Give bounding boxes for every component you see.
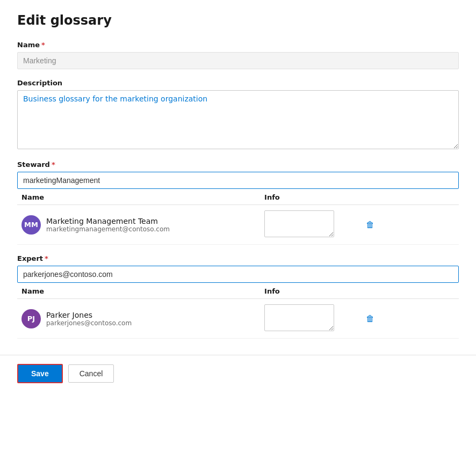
description-label: Description xyxy=(17,79,459,87)
steward-col-info: Info xyxy=(260,190,357,205)
delete-expert-button[interactable] xyxy=(362,311,379,326)
expert-label: Expert * xyxy=(17,254,459,262)
steward-col-name: Name xyxy=(17,190,260,205)
steward-required-star: * xyxy=(52,160,55,169)
trash-icon xyxy=(366,313,374,324)
description-field-group: Description Business glossary for the ma… xyxy=(17,79,459,151)
expert-field-group: Expert * Name Info PJ Parker Jones p xyxy=(17,254,459,339)
expert-input[interactable] xyxy=(17,266,459,283)
person-name: Parker Jones xyxy=(46,311,132,319)
delete-steward-button[interactable] xyxy=(362,217,379,232)
steward-label: Steward * xyxy=(17,160,459,169)
description-textarea[interactable]: Business glossary for the marketing orga… xyxy=(17,90,459,149)
page-title: Edit glossary xyxy=(17,13,459,28)
name-input[interactable] xyxy=(17,52,459,69)
info-input[interactable] xyxy=(264,304,334,331)
person-cell: PJ Parker Jones parkerjones@contoso.com xyxy=(21,309,256,328)
expert-required-star: * xyxy=(45,254,48,262)
steward-input[interactable] xyxy=(17,172,459,189)
footer-bar: Save Cancel xyxy=(0,355,476,392)
expert-col-action xyxy=(357,284,459,299)
steward-field-group: Steward * Name Info MM Marketing Managem… xyxy=(17,160,459,245)
person-email: parkerjones@contoso.com xyxy=(46,319,132,327)
steward-table: Name Info MM Marketing Management Team m… xyxy=(17,190,459,245)
trash-icon xyxy=(366,219,374,230)
expert-table: Name Info PJ Parker Jones parkerjones@co… xyxy=(17,284,459,339)
expert-col-name: Name xyxy=(17,284,260,299)
avatar: PJ xyxy=(21,309,41,328)
save-button[interactable]: Save xyxy=(17,364,63,383)
table-row: PJ Parker Jones parkerjones@contoso.com xyxy=(17,299,459,339)
person-name: Marketing Management Team xyxy=(46,217,170,225)
person-info: Parker Jones parkerjones@contoso.com xyxy=(46,311,132,327)
info-input[interactable] xyxy=(264,210,334,237)
cancel-button[interactable]: Cancel xyxy=(68,364,114,383)
avatar: MM xyxy=(21,215,41,235)
table-row: MM Marketing Management Team marketingma… xyxy=(17,205,459,245)
name-label: Name * xyxy=(17,41,459,49)
name-required-star: * xyxy=(41,41,45,49)
person-cell: MM Marketing Management Team marketingma… xyxy=(21,215,256,235)
steward-col-action xyxy=(357,190,459,205)
name-field-group: Name * xyxy=(17,41,459,69)
expert-col-info: Info xyxy=(260,284,357,299)
page-container: Edit glossary Name * Description Busines… xyxy=(0,0,476,339)
person-email: marketingmanagement@contoso.com xyxy=(46,225,170,233)
person-info: Marketing Management Team marketingmanag… xyxy=(46,217,170,233)
